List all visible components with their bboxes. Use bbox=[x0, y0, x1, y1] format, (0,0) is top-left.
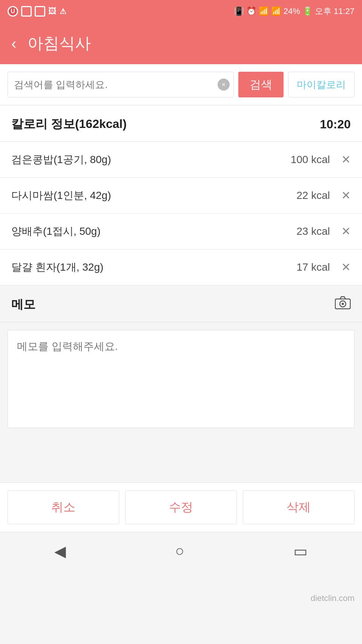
status-right-icons: 📳 ⏰ 📶 📶 24% 🔋 오후 11:27 bbox=[234, 6, 354, 17]
delete-button[interactable]: 삭제 bbox=[243, 490, 354, 524]
page-title: 아침식사 bbox=[28, 33, 91, 54]
warning-icon: ⚠ bbox=[60, 7, 66, 16]
mycalorie-button[interactable]: 마이칼로리 bbox=[288, 72, 354, 97]
food-delete-button[interactable]: ✕ bbox=[341, 154, 351, 165]
content-area: 칼로리 정보(162kcal) 10:20 검은콩밥(1공기, 80g) 100… bbox=[0, 105, 362, 285]
cancel-button[interactable]: 취소 bbox=[8, 490, 119, 524]
food-item: 달걀 흰자(1개, 32g) 17 kcal ✕ bbox=[0, 250, 362, 285]
memo-header: 메모 bbox=[0, 285, 362, 322]
search-button[interactable]: 검색 bbox=[238, 72, 284, 97]
battery-icon: 🔋 bbox=[302, 6, 313, 16]
memo-section: 메모 bbox=[0, 285, 362, 437]
vibrate-icon: 📳 bbox=[234, 6, 244, 16]
search-bar: × 검색 마이칼로리 bbox=[0, 64, 362, 105]
status-bar: 🖼 ⚠ 📳 ⏰ 📶 📶 24% 🔋 오후 11:27 bbox=[0, 0, 362, 23]
nav-recent-icon[interactable]: ▭ bbox=[293, 542, 308, 560]
food-list: 검은콩밥(1공기, 80g) 100 kcal ✕ 다시마쌈(1인분, 42g)… bbox=[0, 142, 362, 285]
search-input-wrap: × bbox=[8, 72, 234, 97]
food-item: 검은콩밥(1공기, 80g) 100 kcal ✕ bbox=[0, 142, 362, 178]
food-delete-button[interactable]: ✕ bbox=[341, 262, 351, 273]
memo-title: 메모 bbox=[11, 296, 35, 313]
food-delete-button[interactable]: ✕ bbox=[341, 226, 351, 237]
nav-back-icon[interactable]: ◀ bbox=[54, 542, 66, 560]
app-icon bbox=[8, 6, 18, 17]
food-delete-button[interactable]: ✕ bbox=[341, 190, 351, 201]
food-kcal: 17 kcal bbox=[270, 261, 330, 273]
square-icon2 bbox=[35, 6, 45, 17]
search-clear-button[interactable]: × bbox=[218, 79, 230, 91]
status-left-icons: 🖼 ⚠ bbox=[8, 6, 66, 17]
page-header: ‹ 아침식사 bbox=[0, 23, 362, 64]
food-item: 양배추(1접시, 50g) 23 kcal ✕ bbox=[0, 214, 362, 250]
memo-textarea-wrap bbox=[0, 322, 362, 437]
calorie-time: 10:20 bbox=[320, 117, 351, 131]
edit-button[interactable]: 수정 bbox=[125, 490, 237, 524]
square-icon1 bbox=[21, 6, 32, 17]
signal-icon: 📶 bbox=[271, 6, 281, 16]
food-name: 검은콩밥(1공기, 80g) bbox=[11, 153, 270, 167]
food-name: 양배추(1접시, 50g) bbox=[11, 224, 270, 239]
camera-icon[interactable] bbox=[335, 296, 351, 313]
calorie-info-title: 칼로리 정보(162kcal) bbox=[11, 116, 127, 132]
calorie-info-header: 칼로리 정보(162kcal) 10:20 bbox=[0, 105, 362, 142]
svg-point-2 bbox=[342, 303, 344, 305]
food-name: 다시마쌈(1인분, 42g) bbox=[11, 188, 270, 203]
bottom-buttons: 취소 수정 삭제 bbox=[0, 482, 362, 532]
wifi-icon: 📶 bbox=[259, 6, 269, 16]
watermark: dietclin.com bbox=[311, 593, 354, 603]
food-kcal: 100 kcal bbox=[270, 154, 330, 166]
battery-percent: 24% bbox=[284, 6, 300, 16]
back-button[interactable]: ‹ bbox=[11, 36, 16, 51]
alarm-icon: ⏰ bbox=[246, 6, 256, 16]
nav-bar: ◀ ○ ▭ bbox=[0, 532, 362, 570]
time-display: 오후 11:27 bbox=[315, 6, 354, 17]
food-name: 달걀 흰자(1개, 32g) bbox=[11, 260, 270, 274]
search-input[interactable] bbox=[14, 79, 217, 91]
food-item: 다시마쌈(1인분, 42g) 22 kcal ✕ bbox=[0, 178, 362, 214]
food-kcal: 23 kcal bbox=[270, 225, 330, 237]
food-kcal: 22 kcal bbox=[270, 190, 330, 202]
image-icon: 🖼 bbox=[48, 6, 57, 16]
memo-textarea[interactable] bbox=[8, 330, 354, 428]
bottom-spacer bbox=[0, 437, 362, 482]
nav-home-icon[interactable]: ○ bbox=[175, 542, 184, 559]
